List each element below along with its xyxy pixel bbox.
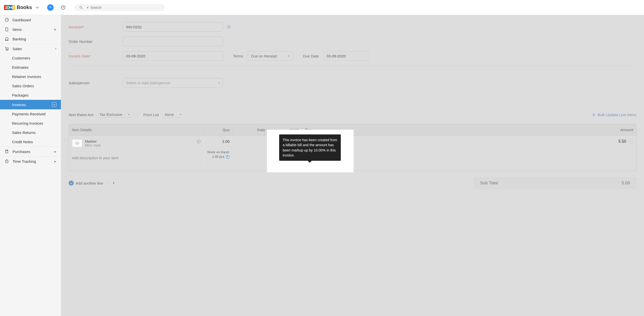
invoice-number-input[interactable] [123,22,223,32]
bulk-update-link[interactable]: Bulk Update Line Items [592,113,636,117]
nav-sales-returns[interactable]: Sales Returns [0,128,61,137]
nav-time-tracking[interactable]: Time Tracking▶ [0,156,61,166]
nav-label: Credit Notes [12,140,33,144]
nav-items[interactable]: Items▶ [0,25,61,34]
cell-quantity[interactable]: 1.00 Stock on Hand: 1.00 pcs [204,136,233,171]
markup-tooltip: This invoice has been created from a bil… [279,134,341,161]
chevron-down-icon: ▾ [218,81,220,85]
nav-label: Packages [12,93,29,97]
invoice-date-input[interactable] [123,51,223,61]
chevron-down-icon: ▾ [128,113,130,116]
brand-chevron-icon[interactable] [36,6,39,9]
purchases-icon [5,149,10,154]
banking-icon [5,37,10,41]
order-number-label: Order Number [69,39,123,44]
add-line-button[interactable]: + Add another line ▼ [69,181,115,186]
nav-payments-received[interactable]: Payments Received [0,109,61,119]
stock-on-hand: Stock on Hand: 1.00 pcs [207,150,230,159]
nav-label: Items [13,27,22,32]
item-image-placeholder[interactable] [72,139,82,147]
line-more-icon[interactable]: ⋯ [629,139,633,144]
search-scope-chevron-icon[interactable]: ▾ [87,6,88,10]
drag-handle-icon[interactable]: ⋮⋮ [64,138,68,142]
price-list-label: Price List [143,113,159,117]
nav-retainer-invoices[interactable]: Retainer Invoices [0,72,61,81]
quantity-value: 1.00 [207,139,230,143]
price-list-value: None [165,112,174,117]
search-placeholder: Search [90,6,101,10]
item-rates-label: Item Rates Are [69,113,93,117]
nav-purchases[interactable]: Purchases▶ [0,147,61,156]
gear-icon [592,113,596,117]
invoice-number-settings-icon[interactable] [227,25,231,29]
nav-dashboard[interactable]: Dashboard [0,15,61,25]
item-description-input[interactable]: Add description to your item [72,156,201,160]
chevron-right-icon: ▶ [54,150,56,153]
nav-label: Payments Received [12,112,45,116]
time-icon [5,159,10,164]
item-sku: SKU: mark [85,143,101,147]
nav-label: Purchases [13,149,30,154]
nav-packages[interactable]: Packages [0,91,61,100]
chevron-right-icon: ▶ [54,160,56,163]
add-invoice-icon[interactable]: + [52,102,56,107]
nav-estimates[interactable]: Estimates [0,63,61,72]
quick-add-button[interactable]: + [47,4,54,11]
nav-sales[interactable]: Sales▾ [0,44,61,53]
salesperson-placeholder: Select or Add Salesperson [126,81,170,85]
salesperson-select[interactable]: Select or Add Salesperson▾ [123,78,223,88]
app-logo[interactable]: ZOHO Books [4,5,39,10]
item-more-icon[interactable] [196,139,201,147]
price-list-select[interactable]: None▾ [163,112,183,118]
item-name[interactable]: Marker [85,139,101,143]
svg-point-12 [198,141,199,142]
global-search[interactable]: ▾ Search [75,4,165,11]
invoice-date-label: Invoice Date* [69,54,123,58]
chevron-down-icon: ▾ [288,54,290,58]
nav-label: Dashboard [13,18,31,22]
nav-label: Estimates [12,65,29,69]
nav-label: Banking [13,37,26,41]
subtotal-row: Sub Total 5.50 [474,177,636,189]
item-rates-select[interactable]: Tax Exclusive▾ [98,112,131,118]
cell-item: Marker SKU: mark Add description to your… [69,136,204,171]
svg-point-7 [593,114,594,115]
nav-label: Customers [12,56,30,60]
cell-rate[interactable]: 5.50 [233,136,268,171]
svg-point-9 [76,142,77,143]
top-bar: ZOHO Books + ▾ Search [0,0,644,15]
nav-credit-notes[interactable]: Credit Notes [0,137,61,146]
nav-sales-orders[interactable]: Sales Orders [0,81,61,91]
due-date-label: Due Date [303,54,319,58]
item-rates-value: Tax Exclusive [99,112,122,117]
dashboard-icon [5,18,10,22]
svg-point-6 [228,26,230,28]
salesperson-label: Salesperson [69,81,123,85]
nav-banking[interactable]: Banking [0,34,61,44]
subtotal-value: 5.50 [622,181,630,186]
nav-label: Retainer Invoices [12,74,41,79]
nav-customers[interactable]: Customers [0,53,61,63]
content-pane: Invoice#* Order Number Invoice Date* Ter… [61,15,644,316]
search-icon [79,6,83,10]
svg-point-1 [80,6,82,8]
nav-recurring-invoices[interactable]: Recurring Invoices [0,119,61,128]
brand-name: Books [17,5,32,10]
col-rate: Rate [233,124,268,135]
nav-label: Sales Returns [12,130,36,135]
recent-icon[interactable] [61,5,66,10]
nav-label: Time Tracking [13,159,36,164]
nav-label: Sales Orders [12,84,34,88]
terms-value: Due on Receipt [251,54,277,58]
col-quantity: Qua [204,124,233,135]
col-amount: Amount [350,124,636,135]
stock-expand-icon[interactable] [226,155,230,159]
order-number-input[interactable] [123,37,223,46]
due-date-input[interactable] [323,51,368,61]
add-line-dropdown-icon[interactable]: ▼ [109,182,115,185]
col-item: Item Details [69,124,204,135]
rate-value-highlight [268,131,353,133]
terms-select[interactable]: Due on Receipt▾ [248,51,293,61]
nav-label: Recurring Invoices [12,121,43,125]
nav-invoices[interactable]: Invoices+ [0,100,61,109]
